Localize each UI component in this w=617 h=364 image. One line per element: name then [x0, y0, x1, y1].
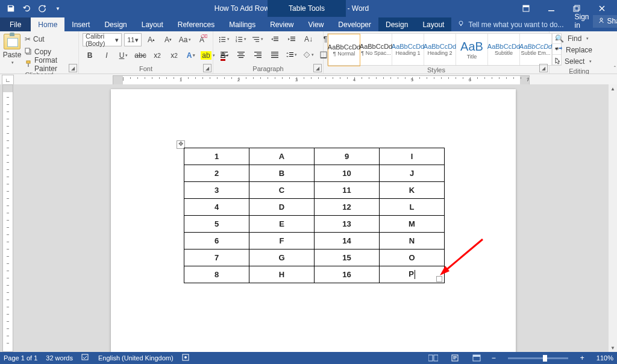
share-button[interactable]: Share	[593, 15, 617, 28]
numbering-button[interactable]: 123▾	[234, 33, 248, 45]
tab-view[interactable]: View	[301, 17, 331, 31]
align-center-button[interactable]	[234, 49, 248, 61]
vertical-ruler[interactable]	[2, 84, 13, 352]
tab-table-layout[interactable]: Layout	[415, 17, 451, 31]
zoom-slider[interactable]	[508, 357, 568, 359]
tab-design[interactable]: Design	[97, 17, 134, 31]
style-heading-1[interactable]: AaBbCcDdHeading 1	[392, 34, 424, 65]
table-cell[interactable]: H	[249, 266, 315, 283]
table-cell[interactable]: 14	[315, 233, 380, 249]
minimize-button[interactable]	[540, 0, 563, 17]
table-cell[interactable]: C	[249, 182, 315, 199]
replace-button[interactable]: ab Replace	[553, 45, 605, 55]
multilevel-list-button[interactable]: ▾	[251, 33, 265, 45]
italic-button[interactable]: I	[99, 49, 114, 61]
status-language[interactable]: English (United Kingdom)	[98, 354, 174, 362]
sign-in-link[interactable]: Sign in	[575, 13, 589, 30]
table-cell[interactable]: M	[380, 216, 445, 233]
vertical-scrollbar[interactable]: ▲ ▼	[608, 84, 617, 352]
tab-developer[interactable]: Developer	[331, 17, 378, 31]
table-cell[interactable]: N	[380, 233, 445, 249]
ribbon-display-options-icon[interactable]	[515, 0, 537, 17]
table-cell[interactable]: L	[380, 199, 445, 216]
style-subtitle[interactable]: AaBbCcDdSubtitle	[488, 34, 520, 65]
style--normal[interactable]: AaBbCcDd¶ Normal	[328, 34, 360, 66]
zoom-out-button[interactable]: −	[492, 354, 496, 362]
redo-icon[interactable]	[36, 2, 48, 14]
spellcheck-icon[interactable]	[81, 354, 90, 362]
page[interactable]: ✥ 1A9I2B10J3C11K4D12L5E13M6F14N7G15O8H16…	[111, 89, 516, 352]
styles-gallery[interactable]: AaBbCcDd¶ NormalAaBbCcDd¶ No Spac...AaBb…	[327, 33, 562, 66]
strikethrough-button[interactable]: abc	[133, 49, 148, 61]
table-cell[interactable]: 11	[315, 182, 380, 199]
scroll-up-button[interactable]: ▲	[609, 84, 617, 93]
table-cell[interactable]: 16	[315, 266, 380, 283]
clear-formatting-button[interactable]: A⌫	[195, 34, 209, 46]
select-button[interactable]: Select▾	[553, 56, 605, 67]
table-cell[interactable]: D	[249, 199, 315, 216]
shading-button[interactable]: ▾	[301, 49, 316, 61]
tab-file[interactable]: File	[0, 17, 31, 31]
web-layout-button[interactable]	[470, 353, 483, 363]
paragraph-dialog-launcher[interactable]: ◢	[313, 64, 322, 72]
table-cell[interactable]: K	[380, 182, 445, 199]
decrease-indent-button[interactable]	[268, 33, 282, 45]
table-cell[interactable]: J	[380, 165, 445, 182]
align-left-button[interactable]	[217, 49, 231, 61]
tell-me-search[interactable]: Tell me what you want to do...	[451, 17, 569, 31]
underline-button[interactable]: U▾	[116, 49, 131, 61]
tab-home[interactable]: Home	[31, 17, 64, 31]
table-cell[interactable]: 8	[184, 266, 249, 283]
document-table[interactable]: 1A9I2B10J3C11K4D12L5E13M6F14N7G15O8H16P	[184, 148, 445, 283]
horizontal-ruler[interactable]: 1234567	[113, 75, 530, 85]
bullets-button[interactable]: ▾	[217, 33, 231, 45]
text-effects-button[interactable]: A▾	[184, 49, 198, 61]
clipboard-dialog-launcher[interactable]: ◢	[69, 64, 77, 72]
grow-font-button[interactable]: A▴	[144, 34, 158, 46]
table-cell[interactable]: A	[249, 148, 315, 165]
tab-layout[interactable]: Layout	[134, 17, 171, 31]
collapse-ribbon-button[interactable]: ˆ	[614, 66, 616, 72]
zoom-in-button[interactable]: +	[580, 354, 584, 362]
table-cell[interactable]: 12	[315, 199, 380, 216]
styles-dialog-launcher[interactable]: ◢	[539, 64, 548, 72]
format-painter-button[interactable]: Format Painter	[23, 58, 75, 71]
subscript-button[interactable]: x2	[150, 49, 164, 61]
line-spacing-button[interactable]: ▾	[284, 49, 299, 61]
macro-record-icon[interactable]	[182, 354, 189, 362]
table-cell[interactable]: 6	[184, 233, 249, 249]
find-button[interactable]: 🔍 Find▾	[553, 33, 605, 44]
tab-review[interactable]: Review	[263, 17, 301, 31]
increase-indent-button[interactable]	[284, 33, 299, 45]
table-cell[interactable]: 5	[184, 216, 249, 233]
table-cell[interactable]: 15	[315, 249, 380, 266]
align-right-button[interactable]	[251, 49, 265, 61]
style-subtle-em-[interactable]: AaBbCcDdSubtle Em...	[520, 34, 552, 65]
font-dialog-launcher[interactable]: ◢	[203, 64, 211, 72]
status-page[interactable]: Page 1 of 1	[4, 354, 37, 362]
table-cell[interactable]: 1	[184, 148, 249, 165]
tab-mailings[interactable]: Mailings	[222, 17, 263, 31]
tab-table-design[interactable]: Design	[378, 17, 415, 31]
table-cell[interactable]: 3	[184, 182, 249, 199]
table-cell[interactable]: G	[249, 249, 315, 266]
table-cell[interactable]: 10	[315, 165, 380, 182]
undo-icon[interactable]	[20, 2, 33, 14]
scroll-down-button[interactable]: ▼	[609, 344, 617, 352]
superscript-button[interactable]: x2	[167, 49, 181, 61]
table-cell[interactable]: I	[380, 148, 445, 165]
table-cell[interactable]: 4	[184, 199, 249, 216]
zoom-level[interactable]: 110%	[597, 354, 613, 362]
table-cell[interactable]: 7	[184, 249, 249, 266]
font-name-combo[interactable]: Calibri (Body)▾	[83, 33, 122, 46]
table-cell[interactable]: O	[380, 249, 445, 266]
print-layout-button[interactable]	[448, 353, 462, 363]
paste-button[interactable]: Paste ▾	[4, 33, 20, 66]
table-cell[interactable]: 9	[315, 148, 380, 165]
shrink-font-button[interactable]: A▾	[161, 34, 175, 46]
cut-button[interactable]: ✂ Cut	[23, 33, 75, 45]
status-word-count[interactable]: 32 words	[46, 354, 73, 362]
table-resize-handle[interactable]	[436, 276, 442, 282]
table-cell[interactable]: B	[249, 165, 315, 182]
tab-references[interactable]: References	[171, 17, 222, 31]
